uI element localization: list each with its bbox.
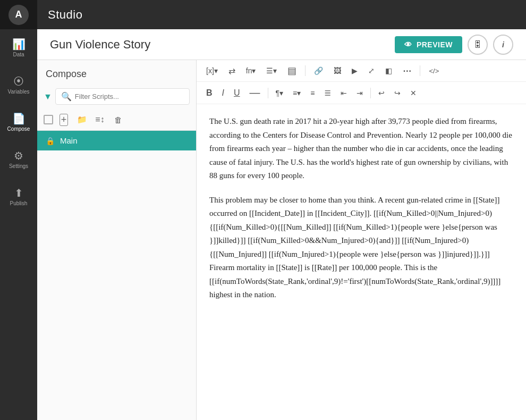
link-btn[interactable]: 🔗 (311, 65, 326, 77)
filter-icon: ▼ (44, 92, 52, 102)
more-icon: ⋯ (403, 66, 411, 76)
indent-right-btn[interactable]: ⇥ (353, 87, 366, 99)
unordered-list-btn[interactable]: ≣ (321, 86, 334, 99)
clear-icon: ✕ (410, 89, 417, 97)
divider3 (268, 88, 268, 98)
functions-btn[interactable]: fn▾ (243, 65, 259, 77)
filter-bar: ▼ 🔍 (37, 84, 196, 109)
clear-btn[interactable]: ✕ (407, 87, 420, 99)
paragraph-2: This problem may be closer to home than … (209, 194, 513, 302)
expand-btn[interactable]: ⤢ (365, 65, 378, 77)
divider1 (305, 65, 306, 76)
editor-panel: [x]▾ ⇄ fn▾ ☰▾ ▤ 🔗 🖼 ▶ ⤢ ◧ ⋯ </> B I U (197, 60, 526, 420)
paragraph-1: The U.S. gun death rate in 2017 hit a 20… (209, 115, 513, 183)
sort-icon: ≡↕ (95, 115, 104, 124)
ordered-list-btn[interactable]: ≡ (307, 87, 318, 99)
underline-button[interactable]: U (231, 87, 243, 99)
expand-icon: ⤢ (368, 66, 375, 75)
gauge-icon: 🎛 (473, 40, 482, 49)
app-title: Studio (48, 8, 82, 22)
sidebar: A 📊 Data ⦿ Variables 📄 Compose ⚙ Setting… (0, 0, 37, 420)
topbar: Studio (37, 0, 526, 29)
image-btn[interactable]: 🖼 (330, 65, 344, 77)
delete-icon: 🗑 (114, 115, 122, 124)
sidebar-item-variables[interactable]: ⦿ Variables (0, 66, 37, 104)
lock-icon: 🔒 (46, 137, 55, 145)
more-btn[interactable]: ⋯ (400, 64, 414, 78)
scripts-toolbar: + 📁 ≡↕ 🗑 (37, 109, 196, 131)
compose-icon: 📄 (12, 113, 26, 124)
embed-icon: ◧ (385, 66, 392, 75)
italic-button[interactable]: I (219, 87, 227, 99)
data-icon: 📊 (12, 39, 26, 49)
eye-icon: 👁 (404, 40, 412, 49)
gauge-button[interactable]: 🎛 (468, 35, 488, 55)
indent-right-icon: ⇥ (357, 89, 363, 97)
editor-content[interactable]: The U.S. gun death rate in 2017 hit a 20… (197, 104, 526, 420)
add-icon: + (60, 114, 69, 126)
indent-left-icon: ⇤ (341, 89, 347, 97)
redo-btn[interactable]: ↪ (391, 87, 404, 99)
info-button[interactable]: i (493, 35, 513, 55)
format-btn[interactable]: ☰▾ (263, 65, 280, 77)
variables-btn[interactable]: [x]▾ (203, 65, 221, 77)
code-icon: </> (429, 67, 439, 75)
left-panel: Compose ▼ 🔍 + 📁 ≡↕ (37, 60, 197, 420)
preview-button[interactable]: 👁 PREVIEW (395, 36, 462, 53)
sort-button[interactable]: ≡↕ (92, 112, 107, 127)
page-title: Gun Violence Story (50, 38, 150, 52)
sidebar-item-settings[interactable]: ⚙ Settings (0, 141, 37, 178)
editor-toolbar-row2: B I U — ¶▾ ≡▾ ≡ ≣ ⇤ ⇥ ↩ ↪ ✕ (197, 82, 526, 104)
content-header: Gun Violence Story 👁 PREVIEW 🎛 i (37, 29, 526, 60)
delete-button[interactable]: 🗑 (111, 112, 125, 127)
script-item-main[interactable]: 🔒 Main (37, 131, 196, 150)
link-var-btn[interactable]: ⇄ (225, 64, 239, 78)
table-btn[interactable]: ▤ (284, 63, 300, 78)
settings-icon: ⚙ (14, 150, 23, 161)
publish-icon: ⬆ (14, 188, 23, 198)
folder-icon: 📁 (77, 115, 87, 124)
redo-icon: ↪ (394, 89, 401, 97)
sidebar-item-compose[interactable]: 📄 Compose (0, 104, 37, 141)
add-script-button[interactable]: + (56, 112, 71, 127)
video-btn[interactable]: ▶ (349, 65, 361, 77)
bold-button[interactable]: B (203, 87, 216, 99)
code-btn[interactable]: </> (426, 65, 442, 77)
link-icon: 🔗 (314, 66, 323, 75)
app-logo: A (9, 5, 29, 25)
sidebar-item-data[interactable]: 📊 Data (0, 29, 37, 66)
indent-left-btn[interactable]: ⇤ (337, 87, 350, 99)
header-actions: 👁 PREVIEW 🎛 i (395, 35, 513, 55)
paragraph-btn[interactable]: ¶▾ (273, 87, 287, 99)
embed-btn[interactable]: ◧ (382, 65, 395, 77)
divider4 (370, 88, 371, 98)
filter-scripts-input[interactable] (75, 93, 184, 100)
search-icon: 🔍 (61, 91, 72, 102)
main-area: Studio Gun Violence Story 👁 PREVIEW 🎛 i … (37, 0, 526, 420)
undo-icon: ↩ (378, 89, 385, 97)
strikethrough-button[interactable]: — (247, 85, 264, 100)
variables-icon: ⦿ (13, 76, 24, 87)
content-body: Compose ▼ 🔍 + 📁 ≡↕ (37, 60, 526, 420)
select-all-checkbox[interactable] (44, 115, 53, 124)
undo-btn[interactable]: ↩ (375, 87, 388, 99)
add-folder-button[interactable]: 📁 (74, 112, 89, 127)
divider2 (420, 65, 420, 76)
video-icon: ▶ (352, 66, 358, 75)
image-icon: 🖼 (334, 66, 341, 75)
sidebar-item-publish[interactable]: ⬆ Publish (0, 178, 37, 215)
editor-toolbar-row1: [x]▾ ⇄ fn▾ ☰▾ ▤ 🔗 🖼 ▶ ⤢ ◧ ⋯ </> (197, 60, 526, 82)
script-item-label: Main (60, 136, 78, 145)
sidebar-logo: A (0, 0, 37, 29)
filter-input-wrap: 🔍 (55, 88, 190, 105)
align-btn[interactable]: ≡▾ (290, 87, 304, 99)
info-icon: i (502, 40, 504, 49)
compose-heading: Compose (37, 60, 196, 84)
